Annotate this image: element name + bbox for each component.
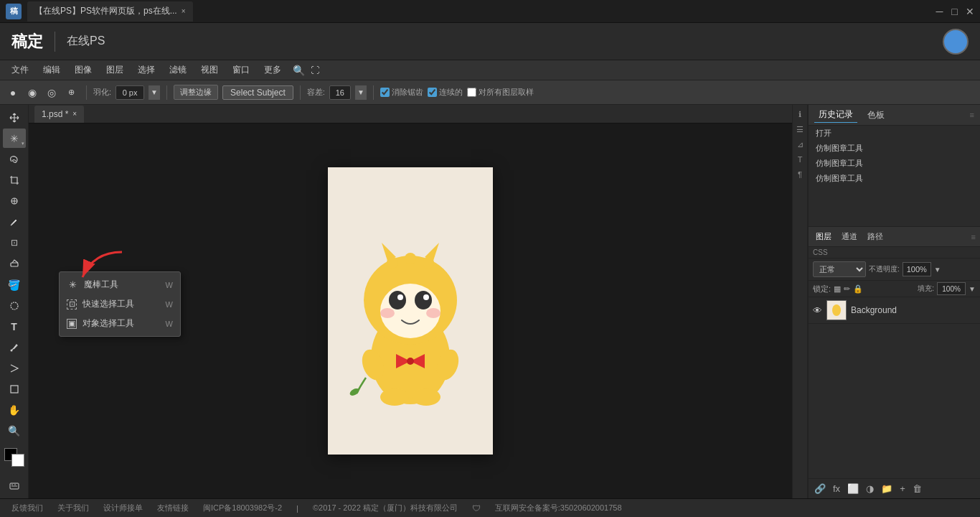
tab-paths[interactable]: 路径 <box>864 230 886 243</box>
minimize-button[interactable]: ─ <box>935 6 944 16</box>
tab-history[interactable]: 历史记录 <box>814 107 857 123</box>
paragraph-icon[interactable]: ¶ <box>793 168 806 181</box>
opacity-input[interactable] <box>903 262 931 276</box>
object-select-popup-item[interactable]: ▣ 对象选择工具 W <box>60 314 180 333</box>
new-fill-layer-btn[interactable]: ◑ <box>864 482 875 495</box>
select-subject-button[interactable]: Select Subject <box>222 85 293 100</box>
lock-image-btn[interactable]: ✏ <box>844 284 850 294</box>
move-tool[interactable] <box>3 108 26 127</box>
delete-layer-btn[interactable]: 🗑 <box>911 482 923 495</box>
keyboard-shortcut[interactable] <box>3 476 26 495</box>
layer-effects-btn[interactable]: fx <box>831 482 842 495</box>
fill-input[interactable] <box>937 282 966 295</box>
brush-tool[interactable] <box>3 213 26 232</box>
canvas-tab-close[interactable]: × <box>72 110 77 118</box>
crop-tool[interactable] <box>3 170 26 190</box>
footer-icp: 闽ICP备18003982号-2 <box>203 503 282 513</box>
blur-tool[interactable] <box>3 296 26 315</box>
history-tabs-row: 历史记录 色板 ≡ <box>809 105 980 126</box>
color-swatch[interactable] <box>3 448 26 472</box>
new-layer-btn[interactable]: + <box>898 482 907 495</box>
svg-point-15 <box>415 291 432 309</box>
anti-alias-checkbox[interactable] <box>380 88 390 97</box>
lock-transparent-btn[interactable]: ▦ <box>834 284 841 294</box>
contiguous-checkbox[interactable] <box>428 88 437 97</box>
menu-edit[interactable]: 编辑 <box>37 62 66 78</box>
blend-mode-select[interactable]: 正常 溶解 正片叠底 <box>813 261 866 277</box>
path-select-tool[interactable] <box>3 359 26 378</box>
pen-tool[interactable] <box>3 337 26 357</box>
app-name: 在线PS <box>67 34 105 49</box>
lock-position-btn[interactable]: 🔒 <box>853 284 863 294</box>
lasso-tool[interactable] <box>3 149 26 169</box>
info-panel-icon[interactable]: ℹ <box>793 108 806 121</box>
search-icon[interactable]: 🔍 <box>293 65 305 76</box>
svg-point-16 <box>397 294 403 300</box>
footer-link-about[interactable]: 关于我们 <box>57 503 89 513</box>
single-col-marquee-btn[interactable]: ⊕ <box>62 84 80 101</box>
feather-input[interactable] <box>116 85 144 100</box>
new-group-btn[interactable]: 📁 <box>880 482 894 495</box>
shape-tool[interactable] <box>3 380 26 399</box>
opacity-dropdown-btn[interactable]: ▼ <box>934 266 941 274</box>
feather-dropdown-btn[interactable]: ▼ <box>149 85 160 100</box>
history-entry-stamp-2[interactable]: 仿制图章工具 <box>809 156 980 171</box>
history-entry-stamp-3[interactable]: 仿制图章工具 <box>809 171 980 186</box>
tab-close-button[interactable]: × <box>182 7 186 15</box>
add-mask-btn[interactable]: ⬜ <box>846 482 860 495</box>
footer-link-feedback[interactable]: 反馈我们 <box>11 503 43 513</box>
canvas-tab-1psd[interactable]: 1.psd * × <box>34 106 84 123</box>
maximize-button[interactable]: □ <box>950 6 959 16</box>
fill-dropdown-btn[interactable]: ▼ <box>969 285 976 293</box>
single-row-marquee-btn[interactable]: ◎ <box>43 84 60 101</box>
zoom-tool[interactable]: 🔍 <box>3 421 26 441</box>
all-layers-checkbox[interactable] <box>467 88 476 97</box>
hand-tool[interactable]: ✋ <box>3 401 26 420</box>
fullscreen-icon[interactable]: ⛶ <box>311 65 319 75</box>
footer-link-friends[interactable]: 友情链接 <box>157 503 189 513</box>
text-tool[interactable]: T <box>3 317 26 336</box>
layer-visibility-icon[interactable]: 👁 <box>813 305 822 316</box>
tolerance-dropdown-btn[interactable]: ▼ <box>355 85 367 100</box>
properties-icon[interactable]: ☰ <box>793 123 806 136</box>
menu-view[interactable]: 视图 <box>195 62 224 78</box>
eraser-tool[interactable] <box>3 254 26 274</box>
tolerance-input[interactable] <box>329 85 351 100</box>
browser-tab[interactable]: 【在线PS】PS软件网页版，ps在线... × <box>27 1 193 22</box>
menu-window[interactable]: 窗口 <box>227 62 255 78</box>
footer-link-designer[interactable]: 设计师接单 <box>103 503 143 513</box>
elliptical-marquee-tool-btn[interactable]: ● <box>4 84 22 101</box>
stamp-tool[interactable]: ⊡ <box>3 233 26 253</box>
footer-copyright: ©2017 - 2022 稿定（厦门）科技有限公司 <box>313 503 458 513</box>
menu-layer[interactable]: 图层 <box>100 62 129 78</box>
avatar[interactable] <box>943 29 969 55</box>
fill-tool[interactable]: 🪣 <box>3 275 26 294</box>
background-color[interactable] <box>11 454 24 467</box>
menu-select[interactable]: 选择 <box>132 62 161 78</box>
menu-filter[interactable]: 滤镜 <box>164 62 192 78</box>
history-entry-open[interactable]: 打开 <box>809 126 980 141</box>
magic-wand-popup-item[interactable]: ✳ 魔棒工具 W <box>60 275 180 294</box>
close-window-button[interactable]: ✕ <box>965 6 974 16</box>
tab-channels[interactable]: 通道 <box>839 230 860 243</box>
link-layers-btn[interactable]: 🔗 <box>813 482 827 495</box>
svg-point-22 <box>407 358 414 365</box>
rounded-rect-marquee-tool-btn[interactable]: ◉ <box>24 84 41 101</box>
magic-wand-tool[interactable]: ✳ ▾ <box>3 129 26 148</box>
footer: 反馈我们 关于我们 设计师接单 友情链接 闽ICP备18003982号-2 | … <box>0 498 980 517</box>
tab-layers[interactable]: 图层 <box>813 230 834 243</box>
layer-item-background[interactable]: 👁 Background <box>809 297 980 324</box>
adjustments-icon[interactable]: ⊿ <box>793 138 806 151</box>
menu-image[interactable]: 图像 <box>69 62 98 78</box>
quick-select-popup-item[interactable]: ⊡ 快速选择工具 W <box>60 294 180 314</box>
history-entry-stamp-1[interactable]: 仿制图章工具 <box>809 141 980 156</box>
adjust-border-button[interactable]: 调整边缘 <box>174 85 218 100</box>
menu-more[interactable]: 更多 <box>258 62 287 78</box>
menu-file[interactable]: 文件 <box>6 62 34 78</box>
layers-panel-menu[interactable]: ≡ <box>971 233 976 241</box>
text-panel-icon[interactable]: T <box>793 153 806 166</box>
logo-text: 稿定 <box>11 31 43 52</box>
history-panel-menu[interactable]: ≡ <box>970 111 974 119</box>
tab-swatches[interactable]: 色板 <box>863 108 889 123</box>
patch-tool[interactable] <box>3 192 26 211</box>
